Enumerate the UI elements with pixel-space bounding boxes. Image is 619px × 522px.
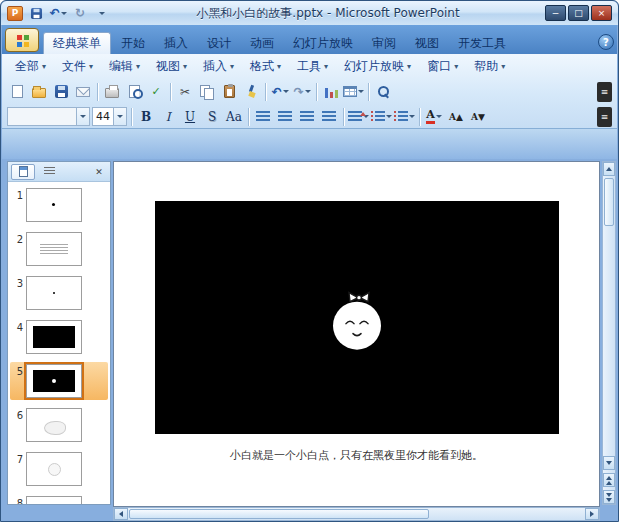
toolbar-options-button[interactable]: ≡ <box>597 82 612 102</box>
open-button[interactable] <box>29 82 49 102</box>
slide-thumbnail[interactable] <box>26 452 82 486</box>
decrease-font-button[interactable]: A▼ <box>468 107 488 127</box>
combo-arrow[interactable] <box>76 108 89 125</box>
change-case-button[interactable]: Aa <box>224 107 244 127</box>
slide-thumbnail-row-7[interactable]: 7 <box>10 450 108 488</box>
bullets-button[interactable] <box>394 107 415 127</box>
print-button[interactable] <box>102 82 122 102</box>
font-name-combo[interactable] <box>7 107 90 126</box>
insert-chart-button[interactable] <box>321 82 341 102</box>
scroll-down-button[interactable] <box>603 456 615 470</box>
menu-view[interactable]: 视图▾ <box>149 55 194 78</box>
align-center-button[interactable] <box>275 107 295 127</box>
bold-button[interactable]: B <box>136 107 156 127</box>
slide-thumbnail[interactable] <box>26 408 82 442</box>
menu-window[interactable]: 窗口▾ <box>420 55 465 78</box>
align-left-button[interactable] <box>253 107 273 127</box>
maximize-button[interactable]: □ <box>568 5 589 21</box>
cut-button[interactable]: ✂ <box>175 82 195 102</box>
slide-black-image[interactable] <box>155 201 559 434</box>
qat-undo-button[interactable]: ↶ <box>49 5 67 22</box>
powerpoint-app-icon[interactable]: P <box>7 6 23 21</box>
undo-button[interactable]: ↶ <box>270 82 290 102</box>
menu-slideshow[interactable]: 幻灯片放映▾ <box>337 55 418 78</box>
slide-thumbnail[interactable] <box>26 364 82 398</box>
redo-button[interactable]: ↷ <box>292 82 312 102</box>
menu-format[interactable]: 格式▾ <box>243 55 288 78</box>
slide-thumbnail-row-6[interactable]: 6 <box>10 406 108 444</box>
text-shadow-button[interactable]: S <box>202 107 222 127</box>
tab-classic-menu[interactable]: 经典菜单 <box>43 32 111 54</box>
horizontal-scroll-thumb[interactable] <box>129 509 429 519</box>
print-preview-button[interactable] <box>124 82 144 102</box>
format-painter-button[interactable] <box>241 82 261 102</box>
menu-help[interactable]: 帮助▾ <box>467 55 512 78</box>
font-name-input[interactable] <box>8 108 76 125</box>
menu-all[interactable]: 全部▾ <box>8 55 53 78</box>
tab-review[interactable]: 审阅 <box>363 32 405 54</box>
menu-tools[interactable]: 工具▾ <box>290 55 335 78</box>
toolbar-options-button[interactable]: ≡ <box>597 107 612 127</box>
save-button[interactable] <box>51 82 71 102</box>
copy-button[interactable] <box>197 82 217 102</box>
spelling-button[interactable]: ✓ <box>146 82 166 102</box>
outline-tab[interactable] <box>37 164 61 180</box>
line-spacing-button[interactable] <box>348 107 369 127</box>
insert-table-button[interactable] <box>343 82 364 102</box>
tab-slideshow[interactable]: 幻灯片放映 <box>284 32 362 54</box>
qat-redo-button[interactable]: ↻ <box>71 5 89 22</box>
scroll-left-button[interactable] <box>114 508 128 520</box>
tab-view[interactable]: 视图 <box>406 32 448 54</box>
help-button[interactable]: ? <box>598 34 614 50</box>
qat-save-button[interactable] <box>27 5 45 22</box>
tab-insert[interactable]: 插入 <box>155 32 197 54</box>
slide-thumbnail-row-1[interactable]: 1 <box>10 186 108 224</box>
increase-font-button[interactable]: A▲ <box>446 107 466 127</box>
scroll-up-button[interactable] <box>603 162 615 176</box>
tab-design[interactable]: 设计 <box>198 32 240 54</box>
slide-thumbnail[interactable] <box>26 276 82 310</box>
underline-button[interactable]: U <box>180 107 200 127</box>
horizontal-scrollbar[interactable] <box>113 507 600 521</box>
vertical-scroll-thumb[interactable] <box>604 178 614 226</box>
font-color-button[interactable]: A <box>424 107 444 127</box>
slide-thumbnail-row-4[interactable]: 4 <box>10 318 108 356</box>
font-size-combo[interactable]: 44 <box>92 107 127 126</box>
slide-thumbnail-row-5-selected[interactable]: 5 <box>10 362 108 400</box>
menu-edit[interactable]: 编辑▾ <box>102 55 147 78</box>
previous-slide-button[interactable] <box>603 473 615 487</box>
justify-button[interactable] <box>319 107 339 127</box>
email-button[interactable] <box>73 82 93 102</box>
slide-thumbnail-row-8[interactable]: 8 <box>10 494 108 504</box>
close-thumbnail-pane-button[interactable]: ✕ <box>91 165 107 179</box>
tab-developer[interactable]: 开发工具 <box>449 32 515 54</box>
slide-thumbnail-row-3[interactable]: 3 <box>10 274 108 312</box>
vertical-scrollbar[interactable] <box>602 161 616 505</box>
align-right-button[interactable] <box>297 107 317 127</box>
numbering-button[interactable] <box>371 107 392 127</box>
slide-canvas[interactable]: 小白就是一个小白点，只有在黑夜里你才能看到她。 <box>113 161 600 507</box>
scroll-right-button[interactable] <box>585 508 599 520</box>
paste-button[interactable] <box>219 82 239 102</box>
tab-home[interactable]: 开始 <box>112 32 154 54</box>
white-character-image[interactable] <box>327 287 387 353</box>
slides-tab[interactable] <box>11 164 35 180</box>
close-button[interactable]: × <box>591 5 612 21</box>
minimize-button[interactable]: − <box>545 5 566 21</box>
italic-button[interactable]: I <box>158 107 178 127</box>
slide-thumbnail[interactable] <box>26 320 82 354</box>
slide-thumbnail[interactable] <box>26 188 82 222</box>
slide-thumbnail[interactable] <box>26 496 82 504</box>
qat-customize-button[interactable] <box>93 5 111 22</box>
slide-thumbnail[interactable] <box>26 232 82 266</box>
zoom-button[interactable] <box>373 82 393 102</box>
slide-thumbnail-row-2[interactable]: 2 <box>10 230 108 268</box>
next-slide-button[interactable] <box>603 490 615 504</box>
combo-arrow[interactable] <box>113 108 126 125</box>
menu-file[interactable]: 文件▾ <box>55 55 100 78</box>
tab-animations[interactable]: 动画 <box>241 32 283 54</box>
menu-insert[interactable]: 插入▾ <box>196 55 241 78</box>
office-button[interactable] <box>5 28 39 52</box>
new-document-button[interactable] <box>7 82 27 102</box>
slide-caption-text[interactable]: 小白就是一个小白点，只有在黑夜里你才能看到她。 <box>114 448 599 463</box>
